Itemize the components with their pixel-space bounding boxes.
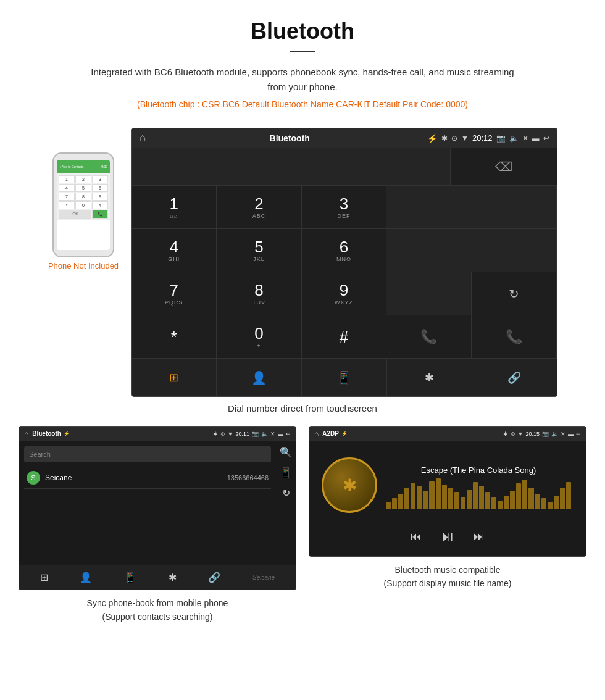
empty-cell-1 [386,186,556,229]
phone-screen-time: M:32 [101,165,107,169]
key-9[interactable]: 9 WXYZ [302,272,387,315]
dial-caption: Dial number direct from touchscreen [0,403,605,414]
call-icon: 📞 [420,329,437,345]
music-statusbar-title: A2DP [322,430,339,437]
call-button[interactable]: 📞 [386,315,472,359]
pb-vol-icon: 🔈 [261,431,268,437]
bluetooth-icon: ✱ [425,371,434,385]
phone-screen: + Add to Contacts M:32 1 2 3 4 5 6 7 8 9… [57,160,110,250]
bluetooth-status-icon: ✱ [441,134,448,143]
music-vol-icon: 🔈 [551,431,558,437]
key-2[interactable]: 2 ABC [217,186,302,229]
contacts-button[interactable]: 👤 [217,359,302,396]
phone-button[interactable]: 📱 [302,359,387,396]
pb-cam-icon: 📷 [252,431,259,437]
music-block: ⌂ A2DP ⚡ ✱ ⊙ ▼ 20:15 📷 🔈 ✕ ▬ ↩ [309,426,586,624]
display-area [132,148,451,185]
music-caption: Bluetooth music compatible (Support disp… [309,563,586,591]
track-name: Escape (The Pina Colada Song) [383,465,574,475]
album-art: ✱ ♪ [322,457,377,513]
pb-link-icon[interactable]: 🔗 [208,572,220,583]
music-x-icon: ✕ [561,431,565,437]
pb-loc-icon: ⊙ [220,431,225,437]
backspace-button[interactable]: ⌫ [451,148,557,185]
dial-statusbar: ⌂ Bluetooth ⚡ ✱ ⊙ ▼ 20:12 📷 🔈 ✕ ▬ ↩ [132,128,557,148]
location-icon: ⊙ [451,134,457,143]
music-bt-icon: ✱ [503,431,508,437]
pb-person-icon[interactable]: 👤 [80,572,92,583]
search-side-icon[interactable]: 🔍 [280,446,292,458]
phonebook-body: Search S Seicane 13566664466 [19,441,276,565]
pb-bluetooth-icon[interactable]: ✱ [169,572,177,583]
key-5[interactable]: 5 JKL [217,229,302,272]
phone-not-included-label: Phone Not Included [48,261,119,270]
key-6[interactable]: 6 MNO [302,229,387,272]
call-side-icon[interactable]: 📱 [280,467,292,478]
pb-usb-icon: ⚡ [64,431,70,436]
bottom-action-bar: ⊞ 👤 📱 ✱ 🔗 [132,359,557,396]
key-3[interactable]: 3 DEF [302,186,387,229]
phone-key-4: 4 [59,184,75,192]
dialpad-toggle-button[interactable]: ⊞ [132,359,217,396]
contact-row[interactable]: S Seicane 13566664466 [24,467,271,489]
bt-specs: (Bluetooth chip : CSR BC6 Default Blueto… [12,99,593,109]
music-home-icon: ⌂ [314,430,319,438]
lower-screens-area: ⌂ Bluetooth ⚡ ✱ ⊙ ▼ 20:11 📷 🔈 ✕ ▬ ↩ [0,426,605,624]
phone-screen-text: + Add to Contacts [59,165,84,169]
phone-keypad: 1 2 3 4 5 6 7 8 9 * 0 # ⌫ 📞 [57,173,110,220]
empty-cell-2 [386,229,556,272]
key-star[interactable]: * [132,315,217,359]
dial-statusbar-title: Bluetooth [152,133,427,143]
dialpad-row-4: * 0 + # 📞 📞 [132,315,557,359]
phone-key-6: 6 [92,184,108,192]
link-button[interactable]: 🔗 [472,359,557,396]
pb-sig-icon: ▼ [228,431,233,437]
reload-side-icon[interactable]: ↻ [282,487,290,499]
music-loc-icon: ⊙ [511,431,515,437]
key-4[interactable]: 4 GHI [132,229,217,272]
pb-home-icon: ⌂ [24,430,28,438]
album-bluetooth-icon: ✱ [343,475,357,496]
backspace-icon: ⌫ [495,159,512,174]
bluetooth-button[interactable]: ✱ [387,359,472,396]
empty-cell-3 [386,272,472,315]
signal-icon: ▼ [461,134,469,143]
statusbar-time: 20:12 [472,133,493,143]
pb-time: 20:11 [235,431,249,437]
pb-phone-icon[interactable]: 📱 [124,572,136,583]
next-track-button[interactable]: ⏭ [474,530,485,543]
x-icon: ✕ [522,134,528,143]
grid-icon: ⊞ [169,371,178,385]
key-7[interactable]: 7 PQRS [132,272,217,315]
pb-grid-icon[interactable]: ⊞ [40,572,48,583]
pb-screen-icon: ▬ [278,431,283,437]
key-8[interactable]: 8 TUV [217,272,302,315]
dialpad-row-1: 1 ⌂⌂ 2 ABC 3 DEF [132,186,557,229]
key-hash[interactable]: # [302,315,387,359]
play-pause-button[interactable]: ⏯ [440,528,455,545]
key-1[interactable]: 1 ⌂⌂ [132,186,217,229]
search-bar[interactable]: Search [24,446,271,462]
prev-track-button[interactable]: ⏮ [411,530,422,543]
key-0[interactable]: 0 + [217,315,302,359]
dialpad-row-3: 7 PQRS 8 TUV 9 WXYZ ↻ [132,272,557,315]
reload-button[interactable]: ↻ [472,272,557,315]
phonebook-statusbar: ⌂ Bluetooth ⚡ ✱ ⊙ ▼ 20:11 📷 🔈 ✕ ▬ ↩ [19,427,296,441]
music-sig-icon: ▼ [518,431,524,437]
phonebook-bottombar: ⊞ 👤 📱 ✱ 🔗 Seicane [19,565,296,590]
android-dial-screen: ⌂ Bluetooth ⚡ ✱ ⊙ ▼ 20:12 📷 🔈 ✕ ▬ ↩ ⌫ [131,128,557,397]
end-call-button[interactable]: 📞 [472,315,557,359]
phonebook-side-icons: 🔍 📱 ↻ [276,441,296,565]
equalizer [383,478,574,509]
person-icon: 👤 [251,370,267,385]
pb-back-icon: ↩ [286,431,291,437]
phone-key-0: 0 [75,201,91,209]
reload-icon: ↻ [509,286,519,301]
phone-key-8: 8 [75,193,91,201]
phone-key-3: 3 [92,175,108,183]
pb-statusbar-right: ✱ ⊙ ▼ 20:11 📷 🔈 ✕ ▬ ↩ [213,431,291,437]
phone-key-1: 1 [59,175,75,183]
music-screen-icon: ▬ [568,431,574,437]
phone-key-hash: # [92,201,108,209]
phone-key-5: 5 [75,184,91,192]
